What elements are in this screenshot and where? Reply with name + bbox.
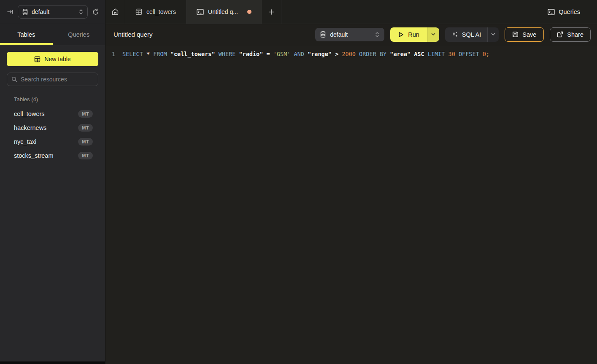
search-box xyxy=(7,73,98,86)
main-area: cell_towers Untitled q... xyxy=(105,0,597,364)
code-line: 1 SELECT * FROM "cell_towers" WHERE "rad… xyxy=(105,50,597,58)
queries-button[interactable]: Queries xyxy=(539,0,597,24)
sql-token: BY xyxy=(380,51,386,57)
chevron-down-icon xyxy=(491,33,495,36)
table-engine-badge: MT xyxy=(78,152,93,159)
new-tab-button[interactable] xyxy=(262,0,281,24)
sql-token: WHERE xyxy=(219,51,236,57)
sql-token: 'GSM' xyxy=(273,51,291,57)
table-icon xyxy=(34,56,41,62)
tab-untitled-query[interactable]: Untitled q... xyxy=(186,0,262,24)
share-button-label: Share xyxy=(567,31,583,38)
sidebar-body: New table Tables (4) cell_towers MT hack… xyxy=(0,45,105,361)
run-button[interactable]: Run xyxy=(390,27,427,42)
table-row-stocks-stream[interactable]: stocks_stream MT xyxy=(7,148,98,162)
sql-editor[interactable]: 1 SELECT * FROM "cell_towers" WHERE "rad… xyxy=(105,45,597,364)
share-icon xyxy=(557,31,563,38)
sql-token: 0; xyxy=(483,51,489,57)
sql-token: "range" xyxy=(308,51,332,57)
unsaved-changes-dot xyxy=(247,10,251,14)
sidebar-tabs: Tables Queries xyxy=(0,24,105,45)
search-resources-input[interactable] xyxy=(21,76,97,83)
sidebar-database-select[interactable]: default xyxy=(18,5,88,19)
sql-token: "cell_towers" xyxy=(170,51,215,57)
tab-label: cell_towers xyxy=(146,8,176,15)
sql-token: > xyxy=(335,51,338,57)
sql-token: * xyxy=(146,51,150,57)
line-number: 1 xyxy=(105,51,115,57)
sql-token: "area" xyxy=(390,51,411,57)
table-row-cell-towers[interactable]: cell_towers MT xyxy=(7,107,98,121)
save-icon xyxy=(512,31,519,38)
collapse-sidebar-icon xyxy=(7,8,14,15)
sql-token: 30 xyxy=(448,51,455,57)
sql-token: = xyxy=(267,51,270,57)
sql-ai-button-label: SQL AI xyxy=(462,31,481,38)
query-icon xyxy=(197,9,204,15)
sql-token: SELECT xyxy=(122,51,143,57)
sql-token: "radio" xyxy=(239,51,263,57)
query-toolbar: Untitled query default xyxy=(105,24,597,45)
sql-token: OFFSET xyxy=(459,51,479,57)
table-name: hackernews xyxy=(14,124,46,131)
run-split-button: Run xyxy=(390,27,439,42)
code-line-content: SELECT * FROM "cell_towers" WHERE "radio… xyxy=(122,51,489,57)
table-engine-badge: MT xyxy=(78,124,93,132)
refresh-button[interactable] xyxy=(92,8,99,16)
sql-token: ASC xyxy=(414,51,424,57)
table-name: cell_towers xyxy=(14,111,45,117)
sidebar-tab-tables[interactable]: Tables xyxy=(0,24,53,45)
new-table-button-label: New table xyxy=(44,56,70,62)
query-title: Untitled query xyxy=(113,31,153,38)
table-name: stocks_stream xyxy=(14,152,53,159)
tabbar-spacer xyxy=(281,0,539,24)
sql-token: FROM xyxy=(153,51,167,57)
tab-cell-towers[interactable]: cell_towers xyxy=(125,0,186,24)
tables-list: cell_towers MT hackernews MT nyc_taxi MT… xyxy=(7,107,98,162)
database-icon xyxy=(22,9,28,15)
database-icon xyxy=(320,31,326,38)
sql-ai-split-button: SQL AI xyxy=(445,27,499,42)
plus-icon xyxy=(268,9,275,15)
home-icon xyxy=(111,8,119,16)
toolbar-database-select-value: default xyxy=(330,31,348,38)
sidebar-tab-queries[interactable]: Queries xyxy=(53,24,105,45)
share-button[interactable]: Share xyxy=(550,27,591,42)
run-options-button[interactable] xyxy=(427,27,439,42)
sidebar-footer xyxy=(0,361,105,364)
table-name: nyc_taxi xyxy=(14,138,36,145)
sql-ai-options-button[interactable] xyxy=(487,27,499,42)
save-button[interactable]: Save xyxy=(505,27,544,42)
app-window: default Tables Queries xyxy=(0,0,597,364)
sidebar-header: default xyxy=(0,0,105,24)
home-tab-button[interactable] xyxy=(105,0,125,24)
run-button-label: Run xyxy=(408,31,419,38)
collapse-sidebar-button[interactable] xyxy=(7,8,14,15)
table-icon xyxy=(135,8,142,15)
new-table-button[interactable]: New table xyxy=(7,52,98,66)
table-engine-badge: MT xyxy=(78,138,93,146)
refresh-icon xyxy=(92,8,99,16)
sql-token: 2000 xyxy=(342,51,356,57)
sidebar-database-select-value: default xyxy=(32,8,49,15)
query-icon xyxy=(548,9,555,15)
sql-token: AND xyxy=(294,51,304,57)
queries-button-label: Queries xyxy=(559,8,580,15)
sql-token: ORDER xyxy=(359,51,376,57)
table-engine-badge: MT xyxy=(78,110,93,118)
tab-bar: cell_towers Untitled q... xyxy=(105,0,597,24)
chevron-up-down-icon xyxy=(79,9,83,15)
table-row-hackernews[interactable]: hackernews MT xyxy=(7,121,98,135)
save-button-label: Save xyxy=(522,31,536,38)
chevron-up-down-icon xyxy=(375,32,379,38)
tab-label: Untitled q... xyxy=(208,8,238,15)
search-icon xyxy=(11,76,17,82)
chevron-down-icon xyxy=(431,33,435,36)
tables-section-header: Tables (4) xyxy=(7,96,98,102)
toolbar-database-select[interactable]: default xyxy=(315,28,384,41)
table-row-nyc-taxi[interactable]: nyc_taxi MT xyxy=(7,135,98,148)
sidebar: default Tables Queries xyxy=(0,0,105,364)
sql-token: LIMIT xyxy=(428,51,445,57)
sql-ai-button[interactable]: SQL AI xyxy=(445,27,487,42)
toolbar-actions: default Run xyxy=(315,27,591,42)
